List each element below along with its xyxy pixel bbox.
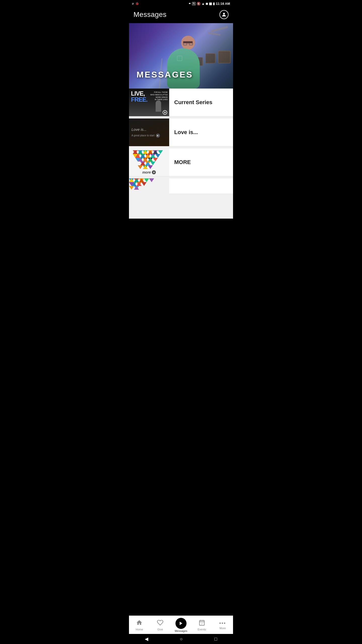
content-area: LIVE, FREE. FOR ALL THOSEWHO NEED A LITT…: [129, 89, 233, 219]
svg-marker-23: [148, 165, 153, 169]
love-is-thumb-bg: Love is... A great place to start ▶: [129, 118, 169, 146]
series-thumb-love-is: Love is... A great place to start ▶: [129, 118, 169, 146]
love-is-logo-badge: ▶: [156, 134, 160, 138]
series-card-more[interactable]: more ▶ MORE: [129, 148, 233, 176]
love-is-sub-row: A great place to start ▶: [131, 134, 167, 138]
status-left-icons: ⌀ 🐞: [132, 2, 139, 5]
svg-marker-21: [138, 165, 143, 169]
debug-icon: 🐞: [135, 2, 139, 5]
svg-marker-54: [129, 186, 134, 190]
partial-mosaic-svg: [129, 178, 169, 193]
series-title-current: Current Series: [169, 99, 217, 106]
series-thumb-current: LIVE, FREE. FOR ALL THOSEWHO NEED A LITT…: [129, 89, 169, 116]
wifi-icon: ▲: [202, 2, 205, 6]
nfc-icon: N: [192, 2, 195, 5]
more-logo-badge: ▶: [152, 170, 156, 174]
bluetooth-icon: ⚭: [188, 2, 191, 6]
live-free-line2: FREE.: [131, 97, 148, 103]
page-title: Messages: [133, 11, 167, 19]
series-thumb-more: more ▶: [129, 148, 169, 176]
signal-icon: ▩: [209, 2, 212, 6]
usb-icon: ⌀: [132, 2, 134, 5]
status-right-icons: ⚭ N 🔇 ▲ ▦ ▩ ▮ 11:16 AM: [188, 2, 230, 6]
svg-marker-42: [144, 178, 149, 182]
live-free-play-icon: [163, 110, 167, 115]
svg-marker-16: [153, 158, 158, 162]
live-free-subtitle: FOR ALL THOSEWHO NEED A LITTLEMORE GRACE…: [150, 91, 168, 101]
svg-marker-11: [155, 154, 160, 158]
hero-banner[interactable]: MESSAGES: [129, 23, 233, 89]
more-mosaic-svg: [133, 150, 165, 170]
live-free-line1: LIVE,: [131, 91, 148, 97]
svg-point-0: [223, 13, 225, 15]
status-bar: ⌀ 🐞 ⚭ N 🔇 ▲ ▦ ▩ ▮ 11:16 AM: [129, 0, 233, 7]
svg-marker-43: [149, 178, 154, 182]
series-title-love-is: Love is...: [169, 129, 203, 136]
hero-overlay-text: MESSAGES: [137, 70, 193, 79]
more-thumb-label: more ▶: [142, 170, 156, 174]
time-display: 11:16 AM: [216, 2, 230, 6]
love-is-thumb-label: Love is...: [131, 127, 167, 132]
series-thumb-partial: [129, 178, 169, 193]
battery-icon: ▮: [213, 2, 215, 6]
scan-icon: ▦: [206, 2, 208, 5]
series-card-current[interactable]: LIVE, FREE. FOR ALL THOSEWHO NEED A LITT…: [129, 89, 233, 116]
svg-marker-46: [142, 182, 147, 186]
app-header: Messages: [129, 7, 233, 23]
person-icon: [221, 12, 227, 17]
svg-marker-20: [150, 162, 155, 165]
svg-marker-6: [158, 150, 163, 154]
bottom-spacer: [129, 193, 233, 219]
series-title-more: MORE: [169, 159, 196, 166]
live-free-thumb: LIVE, FREE. FOR ALL THOSEWHO NEED A LITT…: [129, 89, 169, 116]
series-card-love-is[interactable]: Love is... A great place to start ▶ Love…: [129, 118, 233, 146]
profile-button[interactable]: [219, 10, 229, 19]
series-card-partial[interactable]: [129, 178, 233, 193]
mute-icon: 🔇: [197, 2, 201, 6]
more-thumb-bg: more ▶: [129, 148, 169, 176]
love-is-sub-label: A great place to start: [131, 134, 155, 137]
